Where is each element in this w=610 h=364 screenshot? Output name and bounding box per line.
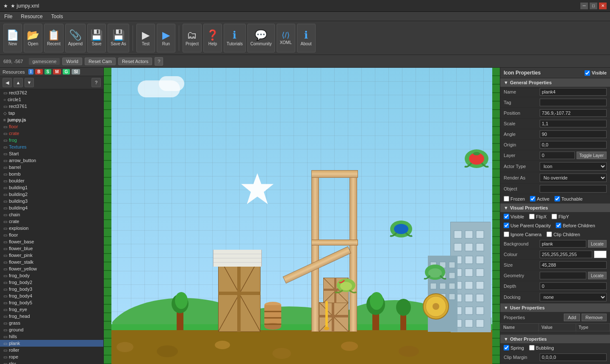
list-item[interactable]: ▭ frog_body3 bbox=[0, 286, 103, 292]
world-button[interactable]: World bbox=[62, 58, 82, 65]
active-checkbox[interactable] bbox=[530, 196, 535, 201]
project-button[interactable]: 🗂 Project bbox=[183, 24, 202, 52]
list-item[interactable]: ▭ floor bbox=[0, 123, 103, 130]
recent-button[interactable]: 📋 Recent bbox=[44, 24, 64, 52]
nav-up[interactable]: ▲ bbox=[14, 78, 23, 87]
layer-input[interactable] bbox=[540, 152, 575, 159]
new-button[interactable]: 📄 New bbox=[3, 24, 22, 52]
size-input[interactable] bbox=[540, 261, 607, 269]
scale-input[interactable] bbox=[540, 120, 607, 127]
close-button[interactable]: ✕ bbox=[599, 3, 607, 9]
save-as-button[interactable]: 💾 Save As bbox=[108, 24, 129, 52]
touchable-checkbox[interactable] bbox=[555, 196, 560, 201]
maximize-button[interactable]: □ bbox=[590, 3, 597, 9]
list-item[interactable]: ▭ flower_yellow bbox=[0, 265, 103, 272]
general-section-header[interactable]: ▼ General Properties bbox=[500, 78, 610, 87]
active-checkbox-row[interactable]: Active bbox=[530, 196, 549, 201]
frozen-checkbox-row[interactable]: Frozen bbox=[504, 196, 525, 201]
list-item[interactable]: ▭ boulder bbox=[0, 177, 103, 184]
docking-select[interactable]: none bbox=[540, 293, 607, 301]
run-button[interactable]: ▶ Run bbox=[157, 24, 175, 52]
geometry-locate-button[interactable]: Locate bbox=[588, 272, 607, 279]
toggle-layer-button[interactable]: Toggle Layer bbox=[577, 152, 607, 159]
name-input[interactable] bbox=[540, 88, 607, 96]
list-item[interactable]: ▭ Textures bbox=[0, 143, 103, 150]
frozen-checkbox[interactable] bbox=[504, 196, 509, 201]
tutorials-button[interactable]: ℹ Tutorials bbox=[224, 24, 246, 52]
list-item[interactable]: ▭ flower_pink bbox=[0, 252, 103, 259]
visual-section-header[interactable]: ▼ Visual Properties bbox=[500, 204, 610, 212]
list-item[interactable]: ▭ frog bbox=[0, 137, 103, 143]
vis-flipy-cb[interactable] bbox=[552, 214, 557, 219]
asset-list[interactable]: ▭ rect3762 ○ circle1 ▭ rect3761 ◇ tap ≡ … bbox=[0, 89, 103, 364]
nav-down[interactable]: ▼ bbox=[25, 78, 34, 87]
list-item[interactable]: ▭ frog_body bbox=[0, 272, 103, 279]
list-item[interactable]: ▭ barrel bbox=[0, 164, 103, 171]
colour-input[interactable] bbox=[540, 251, 592, 258]
tag-input[interactable] bbox=[540, 99, 607, 106]
help-button[interactable]: ❓ Help bbox=[203, 24, 222, 52]
menu-tools[interactable]: Tools bbox=[47, 13, 67, 20]
vis-ignore-cam-row[interactable]: Ignore Camera bbox=[504, 232, 541, 237]
vis-parent-opacity-cb[interactable] bbox=[504, 223, 509, 228]
badge-si[interactable]: SI bbox=[72, 69, 80, 74]
vis-before-children-row[interactable]: Before Children bbox=[556, 223, 595, 228]
vis-flipy-row[interactable]: FlipY bbox=[552, 214, 569, 219]
list-item[interactable]: ▭ frog_eye bbox=[0, 306, 103, 313]
vis-flipx-row[interactable]: FlipX bbox=[529, 214, 546, 219]
badge-i[interactable]: I bbox=[28, 69, 34, 74]
list-item[interactable]: ▭ floor bbox=[0, 232, 103, 238]
list-item[interactable]: ▭ rect3761 bbox=[0, 103, 103, 110]
canvas-area[interactable] bbox=[104, 68, 500, 364]
list-item[interactable]: ▭ crate bbox=[0, 130, 103, 137]
minimize-button[interactable]: ─ bbox=[580, 3, 588, 9]
list-item[interactable]: ○ circle1 bbox=[0, 96, 103, 103]
vis-clip-children-row[interactable]: Clip Children bbox=[546, 232, 580, 237]
list-item[interactable]: ▭ building3 bbox=[0, 198, 103, 204]
actor-type-select[interactable]: Icon Sprite Label bbox=[540, 162, 607, 171]
depth-input[interactable] bbox=[540, 282, 607, 290]
vis-clip-children-cb[interactable] bbox=[546, 232, 552, 237]
colour-swatch[interactable] bbox=[594, 251, 607, 258]
menu-resource[interactable]: Resource bbox=[17, 13, 47, 20]
menu-file[interactable]: File bbox=[0, 13, 17, 20]
about-button[interactable]: ℹ About bbox=[297, 24, 316, 52]
list-item[interactable]: ▭ building2 bbox=[0, 191, 103, 198]
vis-flipx-cb[interactable] bbox=[529, 214, 535, 219]
badge-g[interactable]: G bbox=[63, 69, 70, 74]
background-input[interactable] bbox=[540, 240, 586, 248]
list-item[interactable]: ▭ flower_base bbox=[0, 238, 103, 245]
badge-s[interactable]: S bbox=[44, 69, 52, 74]
other-section-header[interactable]: ▼ Other Properties bbox=[500, 335, 610, 343]
remove-property-button[interactable]: Remove bbox=[582, 314, 607, 321]
list-item[interactable]: ▭ rope bbox=[0, 353, 103, 360]
list-item[interactable]: ▭ chain bbox=[0, 211, 103, 218]
nav-help[interactable]: ? bbox=[92, 78, 101, 87]
list-item[interactable]: ▭ crate bbox=[0, 218, 103, 225]
bubbling-row[interactable]: Bubbling bbox=[529, 345, 554, 350]
angle-input[interactable] bbox=[540, 130, 607, 138]
geometry-input[interactable] bbox=[540, 272, 586, 279]
list-item[interactable]: ▭ bomb bbox=[0, 171, 103, 177]
render-as-select[interactable]: No override bbox=[540, 174, 607, 182]
background-locate-button[interactable]: Locate bbox=[588, 240, 607, 248]
clip-margin-input[interactable] bbox=[540, 353, 607, 361]
vis-parent-opacity-row[interactable]: Use Parent Opacity bbox=[504, 223, 551, 228]
reset-cam-button[interactable]: Reset Cam bbox=[85, 58, 116, 65]
list-item[interactable]: ▭ rect3762 bbox=[0, 89, 103, 96]
list-item[interactable]: ◇ tap bbox=[0, 110, 103, 116]
save-button[interactable]: 💾 Save bbox=[87, 24, 106, 52]
open-button[interactable]: 📂 Open bbox=[24, 24, 42, 52]
vis-visible-row[interactable]: Visible bbox=[504, 214, 524, 219]
reset-actors-button[interactable]: Reset Actors bbox=[118, 58, 152, 65]
list-item[interactable]: ▭ frog_body4 bbox=[0, 292, 103, 299]
vis-ignore-cam-cb[interactable] bbox=[504, 232, 509, 237]
list-item[interactable]: ≡ jumpy.js bbox=[0, 116, 103, 123]
vis-before-children-cb[interactable] bbox=[556, 223, 561, 228]
vis-visible-cb[interactable] bbox=[504, 214, 509, 219]
list-item[interactable]: ▭ flower_stalk bbox=[0, 259, 103, 265]
origin-input[interactable] bbox=[540, 141, 607, 149]
list-item[interactable]: ▭ arrow_button bbox=[0, 157, 103, 164]
visible-checkbox[interactable] bbox=[585, 70, 590, 76]
list-item[interactable]: ▭ building1 bbox=[0, 184, 103, 191]
